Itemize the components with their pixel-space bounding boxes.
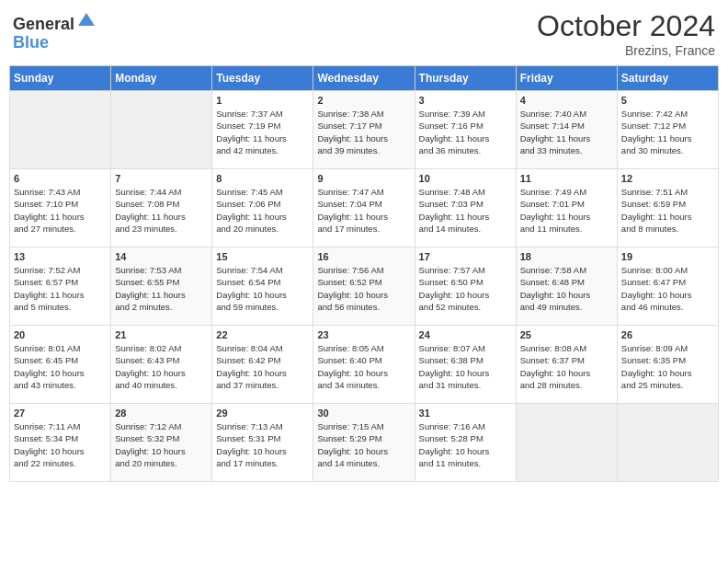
day-number: 30: [317, 408, 410, 419]
day-info: Sunrise: 7:42 AM Sunset: 7:12 PM Dayligh…: [621, 108, 714, 156]
calendar-cell: [111, 91, 212, 169]
weekday-header-tuesday: Tuesday: [212, 66, 313, 91]
logo-text: General: [13, 9, 97, 34]
location-subtitle: Brezins, France: [537, 43, 715, 58]
calendar-table: SundayMondayTuesdayWednesdayThursdayFrid…: [9, 65, 719, 482]
day-number: 7: [115, 173, 208, 184]
day-number: 31: [419, 408, 512, 419]
day-info: Sunrise: 8:04 AM Sunset: 6:42 PM Dayligh…: [216, 342, 309, 391]
day-number: 29: [216, 408, 309, 419]
logo: General Blue: [13, 9, 97, 52]
day-number: 24: [419, 329, 512, 340]
day-number: 11: [520, 173, 613, 184]
day-number: 23: [317, 329, 410, 340]
day-number: 4: [520, 95, 613, 106]
day-info: Sunrise: 7:53 AM Sunset: 6:55 PM Dayligh…: [115, 264, 208, 313]
day-info: Sunrise: 7:45 AM Sunset: 7:06 PM Dayligh…: [216, 186, 309, 235]
calendar-cell: [516, 404, 617, 482]
calendar-cell: 31Sunrise: 7:16 AM Sunset: 5:28 PM Dayli…: [415, 404, 516, 482]
day-info: Sunrise: 7:44 AM Sunset: 7:08 PM Dayligh…: [115, 186, 208, 235]
day-number: 2: [317, 95, 410, 106]
logo-text2: Blue: [13, 34, 97, 52]
day-number: 20: [14, 329, 107, 340]
day-number: 13: [14, 251, 107, 262]
calendar-cell: [617, 404, 718, 482]
day-info: Sunrise: 7:58 AM Sunset: 6:48 PM Dayligh…: [520, 264, 613, 313]
day-info: Sunrise: 7:51 AM Sunset: 6:59 PM Dayligh…: [621, 186, 714, 235]
calendar-cell: 25Sunrise: 8:08 AM Sunset: 6:37 PM Dayli…: [516, 326, 617, 404]
calendar-cell: 30Sunrise: 7:15 AM Sunset: 5:29 PM Dayli…: [313, 404, 415, 482]
day-info: Sunrise: 7:49 AM Sunset: 7:01 PM Dayligh…: [520, 186, 613, 235]
day-number: 3: [419, 95, 512, 106]
day-number: 26: [621, 329, 714, 340]
day-info: Sunrise: 7:39 AM Sunset: 7:16 PM Dayligh…: [419, 108, 512, 156]
calendar-cell: 28Sunrise: 7:12 AM Sunset: 5:32 PM Dayli…: [111, 404, 212, 482]
calendar-cell: 14Sunrise: 7:53 AM Sunset: 6:55 PM Dayli…: [111, 247, 212, 326]
day-number: 10: [419, 173, 512, 184]
calendar-cell: 3Sunrise: 7:39 AM Sunset: 7:16 PM Daylig…: [415, 91, 516, 169]
day-number: 12: [621, 173, 714, 184]
day-number: 28: [115, 408, 208, 419]
day-number: 15: [216, 251, 309, 262]
calendar-cell: 1Sunrise: 7:37 AM Sunset: 7:19 PM Daylig…: [212, 91, 313, 169]
day-info: Sunrise: 7:37 AM Sunset: 7:19 PM Dayligh…: [216, 108, 309, 156]
weekday-header-thursday: Thursday: [415, 66, 516, 91]
day-number: 9: [317, 173, 410, 184]
day-info: Sunrise: 8:00 AM Sunset: 6:47 PM Dayligh…: [621, 264, 714, 313]
day-number: 1: [216, 95, 309, 106]
day-info: Sunrise: 7:43 AM Sunset: 7:10 PM Dayligh…: [14, 186, 107, 235]
calendar-cell: 16Sunrise: 7:56 AM Sunset: 6:52 PM Dayli…: [313, 247, 415, 326]
calendar-cell: 21Sunrise: 8:02 AM Sunset: 6:43 PM Dayli…: [111, 326, 212, 404]
weekday-header-saturday: Saturday: [617, 66, 718, 91]
calendar-cell: 15Sunrise: 7:54 AM Sunset: 6:54 PM Dayli…: [212, 247, 313, 326]
calendar-cell: 24Sunrise: 8:07 AM Sunset: 6:38 PM Dayli…: [415, 326, 516, 404]
day-number: 22: [216, 329, 309, 340]
day-number: 19: [621, 251, 714, 262]
calendar-cell: 10Sunrise: 7:48 AM Sunset: 7:03 PM Dayli…: [415, 169, 516, 247]
day-info: Sunrise: 7:12 AM Sunset: 5:32 PM Dayligh…: [115, 420, 208, 469]
day-info: Sunrise: 7:16 AM Sunset: 5:28 PM Dayligh…: [419, 420, 512, 469]
day-number: 21: [115, 329, 208, 340]
day-info: Sunrise: 7:56 AM Sunset: 6:52 PM Dayligh…: [317, 264, 410, 313]
day-info: Sunrise: 8:09 AM Sunset: 6:35 PM Dayligh…: [621, 342, 714, 391]
calendar-cell: 27Sunrise: 7:11 AM Sunset: 5:34 PM Dayli…: [10, 404, 111, 482]
calendar-cell: 2Sunrise: 7:38 AM Sunset: 7:17 PM Daylig…: [313, 91, 415, 169]
calendar-cell: 4Sunrise: 7:40 AM Sunset: 7:14 PM Daylig…: [516, 91, 617, 169]
calendar-cell: 23Sunrise: 8:05 AM Sunset: 6:40 PM Dayli…: [313, 326, 415, 404]
day-info: Sunrise: 7:38 AM Sunset: 7:17 PM Dayligh…: [317, 108, 410, 156]
calendar-cell: 29Sunrise: 7:13 AM Sunset: 5:31 PM Dayli…: [212, 404, 313, 482]
calendar-cell: 11Sunrise: 7:49 AM Sunset: 7:01 PM Dayli…: [516, 169, 617, 247]
calendar-cell: 5Sunrise: 7:42 AM Sunset: 7:12 PM Daylig…: [617, 91, 718, 169]
title-block: October 2024 Brezins, France: [537, 9, 715, 58]
weekday-header-sunday: Sunday: [10, 66, 111, 91]
day-info: Sunrise: 8:08 AM Sunset: 6:37 PM Dayligh…: [520, 342, 613, 391]
calendar-cell: 22Sunrise: 8:04 AM Sunset: 6:42 PM Dayli…: [212, 326, 313, 404]
day-number: 27: [14, 408, 107, 419]
day-info: Sunrise: 7:47 AM Sunset: 7:04 PM Dayligh…: [317, 186, 410, 235]
day-info: Sunrise: 7:52 AM Sunset: 6:57 PM Dayligh…: [14, 264, 107, 313]
day-info: Sunrise: 7:11 AM Sunset: 5:34 PM Dayligh…: [14, 420, 107, 469]
calendar-cell: 19Sunrise: 8:00 AM Sunset: 6:47 PM Dayli…: [617, 247, 718, 326]
day-info: Sunrise: 8:05 AM Sunset: 6:40 PM Dayligh…: [317, 342, 410, 391]
calendar-cell: 9Sunrise: 7:47 AM Sunset: 7:04 PM Daylig…: [313, 169, 415, 247]
calendar-cell: 12Sunrise: 7:51 AM Sunset: 6:59 PM Dayli…: [617, 169, 718, 247]
day-number: 25: [520, 329, 613, 340]
calendar-cell: 17Sunrise: 7:57 AM Sunset: 6:50 PM Dayli…: [415, 247, 516, 326]
logo-icon: [76, 9, 97, 29]
calendar-cell: 8Sunrise: 7:45 AM Sunset: 7:06 PM Daylig…: [212, 169, 313, 247]
day-number: 8: [216, 173, 309, 184]
calendar-cell: 6Sunrise: 7:43 AM Sunset: 7:10 PM Daylig…: [10, 169, 111, 247]
day-info: Sunrise: 8:02 AM Sunset: 6:43 PM Dayligh…: [115, 342, 208, 391]
day-number: 16: [317, 251, 410, 262]
weekday-header-monday: Monday: [111, 66, 212, 91]
day-info: Sunrise: 7:40 AM Sunset: 7:14 PM Dayligh…: [520, 108, 613, 156]
month-title: October 2024: [537, 9, 715, 43]
calendar-cell: 26Sunrise: 8:09 AM Sunset: 6:35 PM Dayli…: [617, 326, 718, 404]
day-info: Sunrise: 7:13 AM Sunset: 5:31 PM Dayligh…: [216, 420, 309, 469]
day-info: Sunrise: 7:54 AM Sunset: 6:54 PM Dayligh…: [216, 264, 309, 313]
weekday-header-friday: Friday: [516, 66, 617, 91]
calendar-cell: 20Sunrise: 8:01 AM Sunset: 6:45 PM Dayli…: [10, 326, 111, 404]
weekday-header-wednesday: Wednesday: [313, 66, 415, 91]
day-number: 14: [115, 251, 208, 262]
day-info: Sunrise: 7:57 AM Sunset: 6:50 PM Dayligh…: [419, 264, 512, 313]
